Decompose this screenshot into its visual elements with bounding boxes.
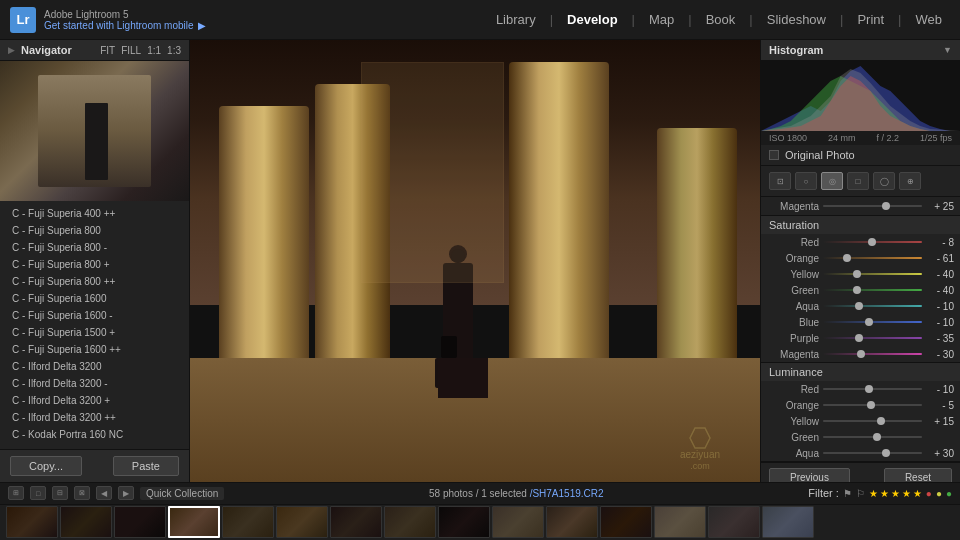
nav-slideshow[interactable]: Slideshow	[759, 8, 834, 31]
thumb-10[interactable]	[492, 506, 544, 538]
copy-button[interactable]: Copy...	[10, 456, 82, 476]
sat-orange-slider[interactable]	[823, 252, 922, 264]
filmstrip-left: ⊞ □ ⊟ ⊠ ◀ ▶ Quick Collection	[8, 486, 224, 500]
thumb-6[interactable]	[276, 506, 328, 538]
list-item[interactable]: C - Fuji Superia 1600	[0, 290, 189, 307]
list-item[interactable]: C - Fuji Superia 1500 +	[0, 324, 189, 341]
star-4[interactable]: ★	[902, 488, 911, 499]
sat-yellow-slider[interactable]	[823, 268, 922, 280]
sat-aqua-slider[interactable]	[823, 300, 922, 312]
lum-red-slider[interactable]	[823, 383, 922, 395]
filter-tool[interactable]: ◯	[873, 172, 895, 190]
list-item[interactable]: C - Fuji Superia 400 ++	[0, 205, 189, 222]
previous-button[interactable]: Previous	[769, 468, 850, 482]
thumb-13[interactable]	[654, 506, 706, 538]
lum-green-slider[interactable]	[823, 431, 922, 443]
tools-row: ⊡ ○ ◎ □ ◯ ⊕	[761, 166, 960, 197]
sat-magenta-slider[interactable]	[823, 348, 922, 360]
sat-purple-slider[interactable]	[823, 332, 922, 344]
prev-reset-bar: Previous Reset	[761, 462, 960, 482]
thumb-11[interactable]	[546, 506, 598, 538]
sat-red-slider[interactable]	[823, 236, 922, 248]
nav-sep-3: |	[686, 12, 693, 27]
thumb-15[interactable]	[762, 506, 814, 538]
thumb-9[interactable]	[438, 506, 490, 538]
list-item[interactable]: C - Fuji Superia 800 -	[0, 239, 189, 256]
nav-fit[interactable]: FIT	[100, 45, 115, 56]
magenta-row: Magenta + 25	[761, 197, 960, 216]
list-item[interactable]: C - Ilford Delta 3200	[0, 358, 189, 375]
paste-button[interactable]: Paste	[113, 456, 179, 476]
nav-develop[interactable]: Develop	[559, 8, 626, 31]
sat-blue-slider[interactable]	[823, 316, 922, 328]
flag-icon-1[interactable]: ⚑	[843, 488, 852, 499]
nav-fill[interactable]: FILL	[121, 45, 141, 56]
thumb-4[interactable]	[168, 506, 220, 538]
list-item[interactable]: C - Fuji Superia 800 ++	[0, 273, 189, 290]
list-item[interactable]: C - Kodak Portra 160 NC	[0, 426, 189, 443]
reset-button[interactable]: Reset	[884, 468, 952, 482]
list-item[interactable]: C - Ilford Delta 3200 -	[0, 375, 189, 392]
color-yellow[interactable]: ●	[936, 488, 942, 499]
star-3[interactable]: ★	[891, 488, 900, 499]
spot-tool[interactable]: ○	[795, 172, 817, 190]
star-5[interactable]: ★	[913, 488, 922, 499]
thumb-7[interactable]	[330, 506, 382, 538]
survey-view-btn[interactable]: ⊠	[74, 486, 90, 500]
saturation-header[interactable]: Saturation	[761, 216, 960, 234]
thumb-14[interactable]	[708, 506, 760, 538]
sat-purple-label: Purple	[767, 333, 819, 344]
brush-tool[interactable]: □	[847, 172, 869, 190]
thumb-5[interactable]	[222, 506, 274, 538]
copy-paste-bar: Copy... Paste	[0, 449, 189, 482]
lum-aqua-value: + 30	[926, 448, 954, 459]
compare-view-btn[interactable]: ⊟	[52, 486, 68, 500]
luminance-header[interactable]: Luminance	[761, 363, 960, 381]
thumb-12[interactable]	[600, 506, 652, 538]
list-item[interactable]: C - Fuji Superia 1600 ++	[0, 341, 189, 358]
lum-aqua-slider[interactable]	[823, 447, 922, 459]
grid-view-btn[interactable]: ⊞	[8, 486, 24, 500]
sat-orange-value: - 61	[926, 253, 954, 264]
crop-tool[interactable]: ⊡	[769, 172, 791, 190]
sat-green-slider[interactable]	[823, 284, 922, 296]
nav-book[interactable]: Book	[698, 8, 744, 31]
target-tool[interactable]: ⊕	[899, 172, 921, 190]
sat-magenta-row: Magenta - 30	[761, 346, 960, 362]
next-nav-btn[interactable]: ▶	[118, 486, 134, 500]
nav-map[interactable]: Map	[641, 8, 682, 31]
flag-icon-2[interactable]: ⚐	[856, 488, 865, 499]
lum-yellow-slider[interactable]	[823, 415, 922, 427]
list-item[interactable]: C - Ilford Delta 3200 +	[0, 392, 189, 409]
list-item[interactable]: C - Fuji Superia 1600 -	[0, 307, 189, 324]
nav-print[interactable]: Print	[849, 8, 892, 31]
color-red[interactable]: ●	[926, 488, 932, 499]
star-1[interactable]: ★	[869, 488, 878, 499]
nav-web[interactable]: Web	[908, 8, 951, 31]
lum-orange-slider[interactable]	[823, 399, 922, 411]
thumb-1[interactable]	[6, 506, 58, 538]
lum-green-row: Green	[761, 429, 960, 445]
sat-green-value: - 40	[926, 285, 954, 296]
loupe-view-btn[interactable]: □	[30, 486, 46, 500]
star-2[interactable]: ★	[880, 488, 889, 499]
redeye-tool[interactable]: ◎	[821, 172, 843, 190]
original-photo-checkbox[interactable]	[769, 150, 779, 160]
magenta-slider[interactable]	[823, 200, 922, 212]
list-item[interactable]: C - Fuji Superia 800 +	[0, 256, 189, 273]
saturation-section: Saturation Red - 8 Orange - 61	[761, 216, 960, 363]
nav-zoom1[interactable]: 1:1	[147, 45, 161, 56]
right-panel: Histogram ▼ ISO 1800 24 mm f / 2.2	[760, 40, 960, 482]
nav-zoom2[interactable]: 1:3	[167, 45, 181, 56]
color-green[interactable]: ●	[946, 488, 952, 499]
thumb-3[interactable]	[114, 506, 166, 538]
list-item[interactable]: C - Ilford Delta 3200 ++	[0, 409, 189, 426]
filter-label: Filter :	[808, 487, 839, 499]
thumb-8[interactable]	[384, 506, 436, 538]
app-subtitle[interactable]: Get started with Lightroom mobile ▶	[44, 20, 206, 31]
prev-nav-btn[interactable]: ◀	[96, 486, 112, 500]
nav-library[interactable]: Library	[488, 8, 544, 31]
list-item[interactable]: C - Fuji Superia 800	[0, 222, 189, 239]
thumb-2[interactable]	[60, 506, 112, 538]
collection-label[interactable]: Quick Collection	[140, 487, 224, 500]
